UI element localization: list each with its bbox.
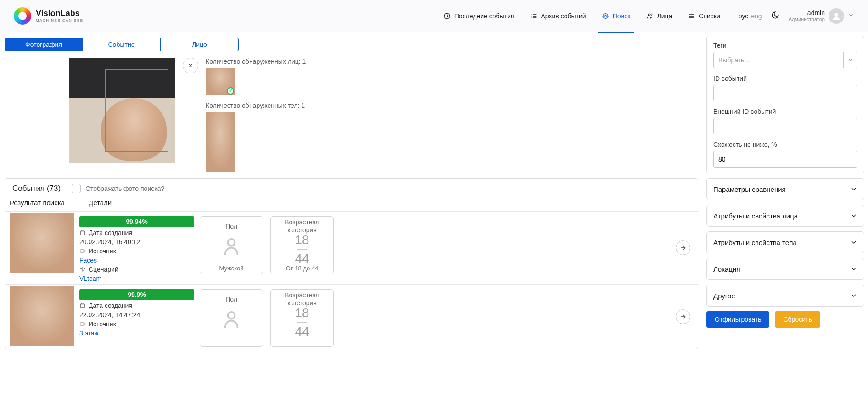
ext-event-ids-field: Внешний ID событий [713,108,857,134]
nav-lists[interactable]: Списки [688,0,720,32]
acc-other[interactable]: Другое [706,285,864,307]
checkmark-badge [227,87,234,95]
gender-card: Пол Мужской [200,216,263,274]
moon-icon [771,11,779,19]
tab-event[interactable]: Событие [83,38,161,51]
meta-date-label-line: Дата создания [79,302,194,309]
person-outline-icon [221,234,242,258]
open-result-button[interactable] [676,309,690,324]
ext-event-ids-input[interactable] [713,118,857,134]
header-right: рус eng admin Администратор [739,8,854,24]
svg-point-5 [834,13,838,16]
gender-card-title: Пол [225,291,237,307]
show-search-photo-option: Отображать фото поиска? [72,184,164,193]
result-meta: 99.9% Дата создания 22.02.2024, 14:47:24… [79,286,194,337]
apply-filter-button[interactable]: Отфильтровать [706,311,769,328]
tags-field: Теги Выбрать... [713,42,857,68]
age-card-bottom: 44 [295,253,309,264]
event-ids-input[interactable] [713,85,857,101]
similarity-field: Схожесть не ниже, % [713,141,857,168]
clear-reference-button[interactable] [183,58,198,73]
detected-bodies-block: Количество обнаруженных тел: 1 [206,102,306,172]
nav-event-archive-label: Архив событий [541,12,586,20]
nav-faces[interactable]: Лица [646,0,672,32]
nav-recent-events[interactable]: Последние события [443,0,515,32]
camera-icon [79,321,86,327]
arrow-right-icon [679,244,687,251]
tags-placeholder: Выбрать... [718,56,750,64]
lang-en[interactable]: eng [751,12,762,20]
attribute-cards: Пол Возрастная категория 18 — 44 [200,286,334,347]
nav-lists-label: Списки [699,12,720,20]
language-switcher: рус eng [739,12,762,20]
user-role: Администратор [789,17,825,22]
chevron-down-icon [850,185,857,193]
gender-card-title: Пол [225,218,237,234]
detected-face-thumb[interactable] [206,68,235,95]
acc-compare-label: Параметры сравнения [713,185,786,193]
attribute-cards: Пол Мужской Возрастная категория 18 — 44… [200,213,334,274]
meta-scenario-value[interactable]: VLteam [79,275,101,282]
chevron-down-icon [848,12,854,20]
svg-rect-13 [80,323,84,325]
nav-event-archive[interactable]: Архив событий [530,0,586,32]
svg-point-3 [648,14,650,16]
meta-source-value[interactable]: 3 этаж [79,330,99,337]
nav-faces-label: Лица [657,12,672,20]
filters-sidebar: Теги Выбрать... ID событий Внешний ID со… [703,32,868,354]
gender-card-value: Мужской [219,265,243,272]
svg-point-1 [603,13,608,18]
result-photo[interactable] [10,286,74,346]
detected-bodies-label: Количество обнаруженных тел: 1 [206,102,306,109]
acc-face-attrs[interactable]: Атрибуты и свойства лица [706,205,864,227]
similarity-score: 99.9% [79,289,194,300]
meta-source-value[interactable]: Faces [79,257,97,264]
acc-body-attrs[interactable]: Атрибуты и свойства тела [706,231,864,253]
app-header: VisionLabs MACHINES CAN SEE Последние со… [0,0,868,32]
nav-search-label: Поиск [613,12,631,20]
acc-face-label: Атрибуты и свойства лица [713,212,798,220]
avatar [829,8,844,24]
sliders-icon [79,266,86,273]
tab-photo[interactable]: Фотография [5,38,83,51]
acc-other-label: Другое [713,292,735,300]
acc-location-label: Локация [713,265,740,273]
lang-ru[interactable]: рус [739,12,748,20]
tab-face[interactable]: Лицо [161,38,239,51]
ext-event-ids-label: Внешний ID событий [713,108,776,115]
nav-search[interactable]: Поиск [602,0,631,32]
person-icon [831,11,841,21]
chevron-down-icon [850,212,857,219]
meta-source-label-line: Источник [79,247,194,255]
chevron-down-icon [850,239,857,246]
target-icon [602,12,609,20]
acc-location[interactable]: Локация [706,258,864,280]
meta-date-label: Дата создания [89,302,132,309]
brand-logo[interactable]: VisionLabs MACHINES CAN SEE [14,7,84,25]
acc-compare-params[interactable]: Параметры сравнения [706,178,864,200]
detected-faces-label: Количество обнаруженных лиц: 1 [206,58,306,65]
reference-image[interactable] [69,58,175,163]
open-result-button[interactable] [676,240,690,255]
event-ids-field: ID событий [713,75,857,101]
filter-actions: Отфильтровать Сбросить [706,311,864,328]
top-nav: Последние события Архив событий Поиск Ли… [443,0,720,32]
user-menu[interactable]: admin Администратор [789,8,854,24]
meta-date-label-line: Дата создания [79,229,194,236]
show-search-photo-checkbox[interactable] [72,184,81,193]
detected-faces-block: Количество обнаруженных лиц: 1 [206,58,306,95]
svg-rect-6 [80,231,84,235]
nav-recent-events-label: Последние события [454,12,515,20]
meta-scenario-label: Сценарий [89,266,118,273]
list-icon [530,12,538,20]
detected-body-thumb[interactable] [206,112,235,172]
result-photo[interactable] [10,213,74,273]
theme-toggle[interactable] [771,11,779,21]
similarity-input[interactable] [713,151,857,168]
reset-filter-button[interactable]: Сбросить [775,311,820,328]
basic-filters-panel: Теги Выбрать... ID событий Внешний ID со… [706,36,864,173]
svg-point-14 [228,312,235,319]
tags-select[interactable]: Выбрать... [713,52,857,68]
gender-card: Пол [200,289,263,347]
similarity-score: 99.94% [79,216,194,227]
